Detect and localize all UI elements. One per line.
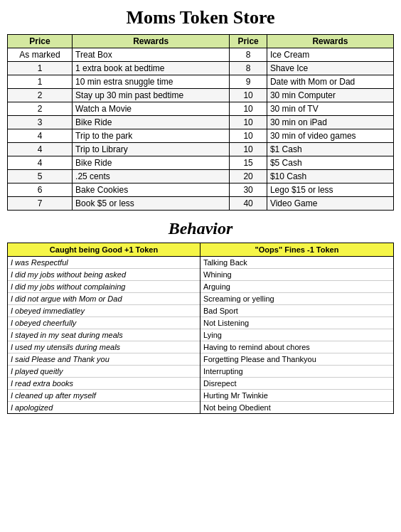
table-row: .25 cents [73,170,230,183]
good-item: I did not argue with Mom or Dad [8,293,200,305]
good-item: I used my utensils during meals [8,341,200,353]
col2-rewards-header: Rewards [267,35,393,48]
table-row: 10 [230,102,267,116]
col2-price-header: Price [230,35,267,48]
table-row: 20 [230,170,267,183]
fines-item: Screaming or yelling [200,293,393,305]
table-row: 30 min on iPad [267,116,393,129]
good-column: Caught being Good +1 Token I was Respect… [8,243,200,413]
table-row: 30 min of TV [267,102,393,116]
fines-item: Disrepect [200,378,393,390]
good-item: I apologized [8,402,200,413]
good-item: I did my jobs without complaining [8,281,200,293]
table-row: Trip to Library [73,143,230,156]
table-row: 2 [8,89,73,102]
good-item: I obeyed immediatley [8,305,200,317]
table-row: 8 [230,62,267,75]
table-row: Treat Box [73,48,230,62]
table-row: Video Game [267,197,393,211]
good-item: I was Respectful [8,257,200,269]
table-row: 30 [230,183,267,197]
table-row: Bike Ride [73,116,230,129]
table-row: Stay up 30 min past bedtime [73,89,230,102]
fines-item: Not Listening [200,317,393,329]
fines-item: Forgetting Please and Thankyou [200,353,393,366]
good-item: I stayed in my seat during meals [8,329,200,341]
good-item: I read extra books [8,378,200,390]
table-row: $5 Cash [267,156,393,170]
good-header: Caught being Good +1 Token [8,243,200,257]
fines-item: Having to remind about chores [200,341,393,353]
table-row: 40 [230,197,267,211]
table-row: 10 [230,129,267,143]
fines-item: Lying [200,329,393,341]
table-row: Book $5 or less [73,197,230,211]
table-row: 2 [8,102,73,116]
fines-item: Interrupting [200,366,393,378]
good-item: I obeyed cheerfully [8,317,200,329]
table-row: 8 [230,48,267,62]
fines-item: Talking Back [200,257,393,269]
good-item: I did my jobs without being asked [8,269,200,281]
table-row: Trip to the park [73,129,230,143]
table-row: 1 extra book at bedtime [73,62,230,75]
table-row: 15 [230,156,267,170]
table-row: 5 [8,170,73,183]
table-row: Bike Ride [73,156,230,170]
fines-item: Arguing [200,281,393,293]
table-row: Lego $15 or less [267,183,393,197]
table-row: 6 [8,183,73,197]
table-row: 1 [8,75,73,89]
table-row: Ice Cream [267,48,393,62]
behavior-title: Behavior [7,219,394,238]
table-row: 9 [230,75,267,89]
table-row: 4 [8,156,73,170]
table-row: 4 [8,129,73,143]
table-row: $1 Cash [267,143,393,156]
good-item: I cleaned up after myself [8,390,200,402]
fines-column: "Oops" Fines -1 Token Talking BackWhinin… [200,243,393,413]
fines-header: "Oops" Fines -1 Token [200,243,393,257]
table-row: Date with Mom or Dad [267,75,393,89]
fines-item: Bad Sport [200,305,393,317]
table-row: As marked [8,48,73,62]
table-row: 30 min of video games [267,129,393,143]
fines-item: Not being Obedient [200,402,393,413]
table-row: 10 [230,89,267,102]
rewards-table: Price Rewards Price Rewards As marked Tr… [7,34,394,211]
col1-price-header: Price [8,35,73,48]
behavior-grid: Caught being Good +1 Token I was Respect… [7,243,394,414]
fines-item: Hurting Mr Twinkie [200,390,393,402]
table-row: 3 [8,116,73,129]
col1-rewards-header: Rewards [73,35,230,48]
table-row: 1 [8,62,73,75]
table-row: Bake Cookies [73,183,230,197]
good-item: I said Please and Thank you [8,353,200,366]
good-item: I played queitly [8,366,200,378]
table-row: 30 min Computer [267,89,393,102]
table-row: Shave Ice [267,62,393,75]
table-row: $10 Cash [267,170,393,183]
table-row: 10 [230,143,267,156]
table-row: 10 [230,116,267,129]
table-row: 7 [8,197,73,211]
fines-item: Whining [200,269,393,281]
table-row: 4 [8,143,73,156]
page-title: Moms Token Store [7,7,394,28]
table-row: Watch a Movie [73,102,230,116]
table-row: 10 min estra snuggle time [73,75,230,89]
